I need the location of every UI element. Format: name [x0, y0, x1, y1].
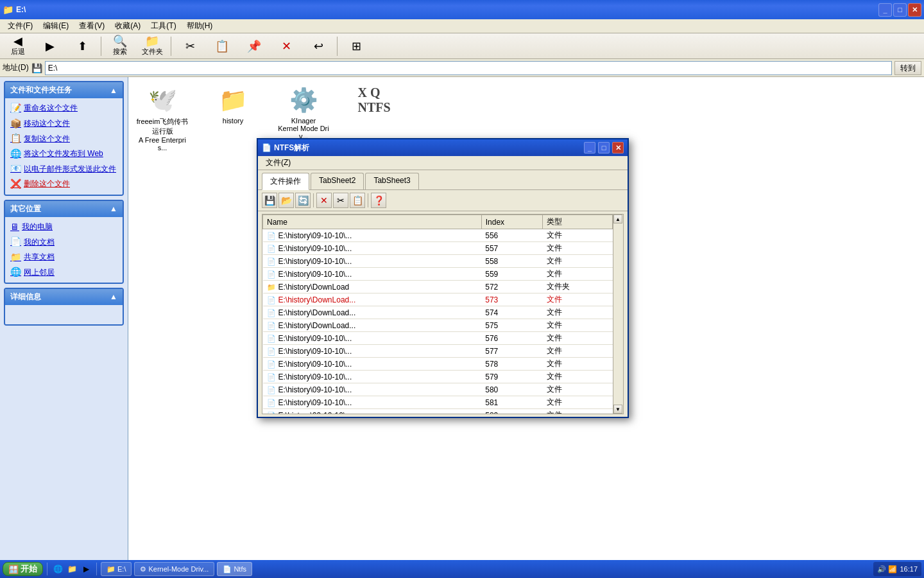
- shared-documents-link[interactable]: 📁 共享文档: [8, 250, 120, 265]
- address-input[interactable]: [45, 61, 892, 75]
- dialog-maximize-button[interactable]: □: [598, 142, 610, 153]
- scrollbar[interactable]: ▲ ▼: [613, 215, 623, 414]
- move-link[interactable]: 📦 移动这个文件: [8, 116, 120, 132]
- menu-file[interactable]: 文件(F): [3, 19, 38, 33]
- folders-icon: 📁: [145, 35, 159, 47]
- dialog-refresh-button[interactable]: 🔄: [295, 193, 311, 208]
- freeeim-icon: 🕊️: [147, 85, 178, 116]
- menu-tools[interactable]: 工具(T): [146, 19, 181, 33]
- taskbar-kernel-button[interactable]: ⚙ Kernel-Mode Driv...: [134, 562, 214, 576]
- scroll-up-button[interactable]: ▲: [613, 215, 622, 223]
- col-name[interactable]: Name: [263, 215, 482, 229]
- col-index[interactable]: Index: [481, 215, 543, 229]
- cell-index: 559: [481, 268, 543, 281]
- table-row[interactable]: 📄E:\history\DownLoad...575文件: [263, 319, 613, 332]
- window-titlebar: 📁 E:\ _ □ ✕: [0, 0, 924, 19]
- email-icon: 📧: [10, 162, 21, 175]
- table-row[interactable]: 📄E:\history\DownLoad...574文件: [263, 306, 613, 319]
- collapse-icon-3: ▲: [110, 292, 117, 301]
- start-button[interactable]: 🪟 开始: [3, 562, 43, 576]
- file-item-history[interactable]: 📁 history: [204, 82, 262, 127]
- scroll-down-button[interactable]: ▼: [613, 405, 622, 414]
- paste-button[interactable]: 📌: [239, 39, 270, 54]
- minimize-button[interactable]: _: [878, 3, 892, 17]
- dialog-help-button[interactable]: ❓: [371, 193, 386, 208]
- delete-button[interactable]: ✕: [271, 39, 302, 54]
- tab-sheet3[interactable]: TabSheet3: [365, 173, 418, 189]
- go-button[interactable]: 转到: [894, 61, 921, 75]
- table-row[interactable]: 📄E:\history\09-10-10\...581文件: [263, 396, 613, 409]
- menu-edit[interactable]: 编辑(E): [38, 19, 74, 33]
- dialog-copy-button[interactable]: 📋: [350, 193, 365, 208]
- main-window: 📁 E:\ _ □ ✕ 文件(F) 编辑(E) 查看(V) 收藏(A) 工具(T…: [0, 0, 924, 578]
- table-row[interactable]: 📄E:\history\DownLoad...573文件: [263, 293, 613, 306]
- close-button[interactable]: ✕: [908, 3, 921, 17]
- cell-type: 文件: [543, 268, 613, 281]
- copy-link[interactable]: 📋 复制这个文件: [8, 131, 120, 146]
- my-computer-link[interactable]: 🖥 我的电脑: [8, 220, 120, 235]
- scrollable-area[interactable]: Name Index 类型 📄E:\history\09-10-10\...55…: [262, 215, 613, 414]
- dialog-close-button[interactable]: ✕: [612, 142, 624, 153]
- network-link[interactable]: 🌐 网上邻居: [8, 265, 120, 280]
- cell-name: 📁E:\history\DownLoad: [263, 281, 482, 293]
- file-item-ntfs[interactable]: X Q NTFS: [345, 82, 403, 119]
- table-row[interactable]: 📄E:\history\09-10-10\...579文件: [263, 371, 613, 383]
- col-type[interactable]: 类型: [543, 215, 613, 229]
- cut-button[interactable]: ✂: [175, 39, 205, 54]
- table-row[interactable]: 📄E:\history\09-10-10\...576文件: [263, 332, 613, 345]
- delete-link[interactable]: ❌ 删除这个文件: [8, 177, 120, 192]
- file-tasks-header[interactable]: 文件和文件夹任务 ▲: [5, 82, 123, 98]
- windows-logo: 🪟: [8, 565, 19, 574]
- dialog-toolbar-sep: [313, 193, 314, 207]
- maximize-button[interactable]: □: [893, 3, 907, 17]
- table-row[interactable]: 📁E:\history\DownLoad572文件夹: [263, 281, 613, 293]
- file-item-freeeim[interactable]: 🕊️ freeeim飞鸽传书运行版A Free Enterpris...: [133, 82, 191, 154]
- forward-button[interactable]: ▶: [35, 39, 65, 54]
- taskbar-explorer-button[interactable]: 📁 E:\: [101, 562, 132, 576]
- my-documents-link[interactable]: 📄 我的文档: [8, 234, 120, 250]
- tab-sheet2[interactable]: TabSheet2: [311, 173, 364, 189]
- quick-media-icon[interactable]: ▶: [80, 563, 92, 575]
- table-row[interactable]: 📄E:\history\09-10-10\...557文件: [263, 242, 613, 255]
- up-button[interactable]: ⬆: [67, 39, 98, 54]
- undo-icon: ↩: [314, 40, 323, 52]
- table-row[interactable]: 📄E:\history\09-10-10\...577文件: [263, 345, 613, 358]
- cell-type: 文件: [543, 332, 613, 345]
- dialog-open-button[interactable]: 📂: [278, 193, 294, 208]
- dialog-cut-button[interactable]: ✂: [333, 193, 348, 208]
- undo-button[interactable]: ↩: [303, 39, 334, 54]
- email-link[interactable]: 📧 以电子邮件形式发送此文件: [8, 161, 120, 177]
- dialog-delete-button[interactable]: ✕: [316, 193, 332, 208]
- table-row[interactable]: 📄E:\history\09-10-10\...559文件: [263, 268, 613, 281]
- cell-type: 文件: [543, 229, 613, 242]
- views-button[interactable]: ⊞: [341, 39, 372, 54]
- tab-file-operations[interactable]: 文件操作: [262, 173, 309, 190]
- cell-index: 573: [481, 293, 543, 306]
- copy-button[interactable]: 📋: [207, 39, 237, 54]
- folders-button[interactable]: 📁 文件夹: [137, 33, 167, 58]
- other-places-header[interactable]: 其它位置 ▲: [5, 201, 123, 217]
- back-button[interactable]: ◀ 后退: [3, 33, 33, 58]
- quick-folder-icon[interactable]: 📁: [65, 563, 78, 575]
- search-button[interactable]: 🔍 搜索: [105, 33, 135, 58]
- table-row[interactable]: 📄E:\history\09-10-10\...582文件: [263, 409, 613, 414]
- details-header[interactable]: 详细信息 ▲: [5, 289, 123, 305]
- cell-type: 文件: [543, 358, 613, 371]
- table-row[interactable]: 📄E:\history\09-10-10\...558文件: [263, 255, 613, 268]
- dialog-titlebar: 📄 NTFS解析 _ □ ✕: [258, 139, 628, 156]
- table-row[interactable]: 📄E:\history\09-10-10\...556文件: [263, 229, 613, 242]
- quick-ie-icon[interactable]: 🌐: [51, 563, 64, 575]
- dialog-toolbar-sep2: [368, 193, 368, 207]
- dialog-minimize-button[interactable]: _: [584, 142, 595, 153]
- taskbar-ntfs-button[interactable]: 📄 Ntfs: [217, 562, 252, 576]
- table-row[interactable]: 📄E:\history\09-10-10\...580文件: [263, 383, 613, 396]
- dialog-menu-file[interactable]: 文件(Z): [261, 156, 296, 170]
- table-row[interactable]: 📄E:\history\09-10-10\...578文件: [263, 358, 613, 371]
- publish-link[interactable]: 🌐 将这个文件发布到 Web: [8, 146, 120, 162]
- menu-favorites[interactable]: 收藏(A): [110, 19, 146, 33]
- rename-link[interactable]: 📝 重命名这个文件: [8, 101, 120, 116]
- cell-type: 文件: [543, 306, 613, 319]
- menu-view[interactable]: 查看(V): [74, 19, 110, 33]
- dialog-save-button[interactable]: 💾: [262, 193, 277, 208]
- menu-help[interactable]: 帮助(H): [182, 19, 218, 33]
